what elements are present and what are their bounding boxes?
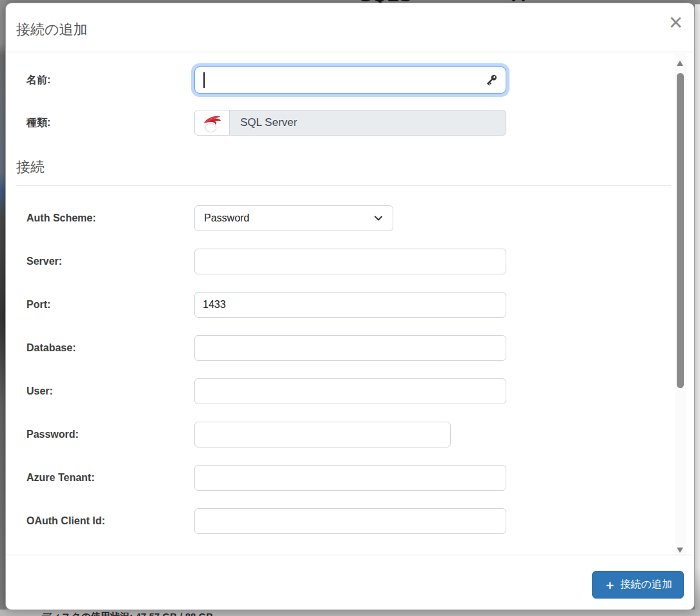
type-row: 種類: SQL Server — [26, 110, 671, 136]
vertical-scrollbar[interactable] — [675, 53, 686, 556]
field-label: Password: — [26, 422, 194, 447]
field-label: Server: — [26, 249, 194, 274]
auth-scheme-selected-value: Password — [204, 212, 249, 224]
add-connection-dialog: 接続の追加 × 名前: — [5, 3, 695, 610]
dialog-footer: ＋ 接続の追加 — [6, 555, 694, 610]
add-connection-button-label: 接続の追加 — [621, 578, 672, 591]
sql-server-icon — [201, 112, 223, 134]
password-input[interactable] — [194, 422, 451, 447]
form-row-database: Database: — [26, 335, 671, 361]
dialog-header: 接続の追加 × — [6, 3, 694, 52]
disk-usage-status-text: ディスクの使用状況: 47.57 GB / 88 GB — [41, 611, 213, 616]
section-divider — [16, 185, 671, 186]
form-row-port: Port: — [26, 292, 671, 318]
name-row: 名前: — [26, 66, 671, 94]
type-label: 種類: — [26, 110, 194, 136]
form-row-azure-tenant: Azure Tenant: — [26, 465, 671, 491]
name-label: 名前: — [26, 66, 194, 94]
add-connection-button[interactable]: ＋ 接続の追加 — [592, 571, 684, 599]
dialog-title: 接続の追加 — [16, 20, 88, 39]
connection-type-value: SQL Server — [230, 110, 297, 135]
server-input[interactable] — [194, 249, 506, 274]
scrollbar-thumb[interactable] — [677, 73, 684, 388]
field-label: Azure Tenant: — [26, 465, 194, 491]
field-label: Auth Scheme: — [26, 205, 194, 231]
close-icon[interactable]: × — [669, 11, 683, 34]
auth-scheme-select[interactable]: Password — [194, 205, 393, 231]
field-label: OAuth Client Id: — [26, 508, 194, 534]
key-icon — [484, 73, 499, 87]
form-row-password: Password: — [26, 422, 671, 447]
port-input[interactable] — [194, 292, 506, 318]
connection-section-heading: 接続 — [16, 158, 671, 177]
scroll-up-arrow-icon[interactable] — [677, 61, 683, 66]
form-row-server: Server: — [26, 249, 671, 274]
azure-tenant-input[interactable] — [194, 465, 506, 491]
field-label: Port: — [26, 292, 194, 318]
field-label: Database: — [26, 335, 194, 361]
background-page-bottom-strip: ディスクの使用状況: 47.57 GB / 88 GB — [0, 610, 700, 616]
chevron-down-icon — [373, 213, 384, 223]
form-row-oauth-client-id: OAuth Client Id: — [26, 508, 671, 534]
field-label: User: — [26, 378, 194, 404]
database-input[interactable] — [194, 335, 506, 361]
name-input[interactable] — [194, 67, 506, 94]
form-row-user: User: — [26, 378, 671, 404]
scroll-down-arrow-icon[interactable] — [677, 548, 683, 553]
user-input[interactable] — [194, 378, 506, 404]
sql-server-logo-box — [195, 110, 230, 135]
background-page-right-strip — [695, 0, 700, 616]
text-cursor — [203, 72, 205, 88]
plus-icon: ＋ — [604, 579, 616, 591]
form-row-auth-scheme: Auth Scheme: Password — [26, 205, 671, 231]
oauth-client-id-input[interactable] — [194, 508, 506, 534]
dialog-body: 名前: 種類: — [6, 53, 671, 556]
connection-type-field: SQL Server — [194, 110, 506, 136]
